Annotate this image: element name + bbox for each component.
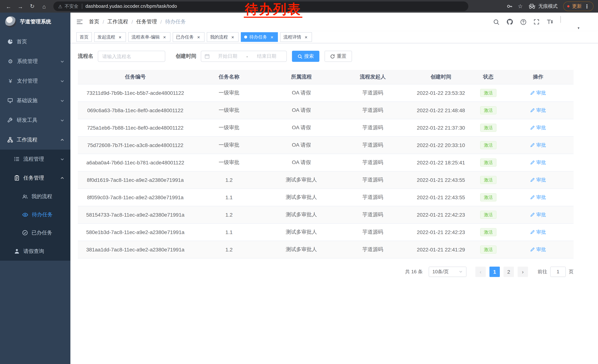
tab-done-tasks[interactable]: 已办任务 × [173,32,205,42]
table-row: 8f0d1619-7ac8-11ec-a9e2-a2380e71991a 1.2… [78,171,573,188]
sidebar-item-workflow[interactable]: 工作流程 [0,130,70,150]
sidebar-item-system-mgmt[interactable]: ⚙ 系统管理 [0,51,70,71]
table-row: a6aba0a4-7b6d-11ec-b781-acde48001122 一级审… [78,154,573,171]
close-icon[interactable]: × [269,34,274,40]
breadcrumb-task-mgmt[interactable]: 任务管理 [136,18,157,25]
font-size-icon[interactable] [547,19,553,25]
sidebar-item-dev-tools[interactable]: 研发工具 [0,110,70,130]
update-button[interactable]: 更新 ⋮ [563,1,594,11]
help-icon[interactable] [520,19,526,25]
cell-task-name: 一级审批 [193,119,265,136]
breadcrumb-home[interactable]: 首页 [89,18,99,25]
reset-button-label: 重置 [337,53,346,60]
cell-created: 2022-01-21 22:41:29 [408,241,474,258]
sidebar-item-done-tasks[interactable]: 已办任务 [0,224,70,242]
close-icon[interactable]: × [303,34,309,40]
back-icon[interactable]: ← [4,1,13,11]
breadcrumb-separator: / [103,19,104,25]
breadcrumb: 首页 / 工作流程 / 任务管理 / 待办任务 [89,18,186,25]
cell-initiator: 芋道源码 [338,119,408,136]
cell-initiator: 芋道源码 [338,84,408,101]
cell-actions: 审批 [503,188,573,206]
sidebar-toggle-button[interactable] [70,13,89,31]
prev-page-button[interactable]: ‹ [475,267,486,277]
edit-pen-icon [530,125,535,130]
tab-initiate-process[interactable]: 发起流程 × [94,32,126,42]
page-1-button[interactable]: 1 [490,267,500,277]
cell-task-name: 1.2 [193,241,265,258]
goto-page-input[interactable] [550,267,566,277]
status-badge: 激活 [480,210,497,219]
cell-task-id: 381aa1dd-7ac8-11ec-a9e2-a2380e71991a [78,241,193,258]
reload-icon[interactable]: ↻ [27,1,37,11]
edit-pen-icon [530,212,535,217]
tab-process-form-edit[interactable]: 流程表单-编辑 × [128,32,170,42]
sidebar-item-infrastructure[interactable]: 基础设施 [0,91,70,110]
sidebar: 芋道管理系统 首页 ⚙ 系统管理 ¥ 支付管理 [0,13,70,364]
sidebar-item-home[interactable]: 首页 [0,32,70,51]
app-logo[interactable]: 芋道管理系统 [0,13,70,31]
person-icon [14,249,20,254]
fullscreen-icon[interactable] [533,19,540,25]
close-icon[interactable]: × [196,34,201,40]
forward-icon[interactable]: → [16,1,25,11]
approve-link[interactable]: 审批 [530,194,546,201]
sidebar-item-todo-tasks[interactable]: 待办任务 [0,205,70,224]
incognito-label: 无痕模式 [538,3,558,10]
cell-created: 2022-01-22 23:53:32 [408,84,474,101]
key-icon[interactable] [506,3,512,9]
sidebar-item-task-mgmt[interactable]: 任务管理 [0,169,70,187]
tab-process-detail[interactable]: 流程详情 × [280,32,312,42]
approve-link[interactable]: 审批 [530,142,546,148]
column-header-task-id: 任务编号 [78,70,193,84]
start-date-placeholder: 开始日期 [211,53,244,60]
chevron-down-icon [60,59,65,64]
kebab-menu-icon[interactable]: ⋮ [584,3,590,9]
page-unit-label: 页 [569,268,573,275]
home-icon[interactable]: ⌂ [39,1,49,11]
next-page-button[interactable]: › [518,267,528,277]
sidebar-item-payment-mgmt[interactable]: ¥ 支付管理 [0,71,70,91]
tab-label: 首页 [80,34,89,40]
search-button[interactable]: 搜索 [292,51,319,62]
tab-todo-tasks[interactable]: 待办任务 × [241,32,278,42]
page-size-select[interactable]: 10条/页 [429,267,466,277]
approve-link[interactable]: 审批 [530,211,546,218]
reset-button[interactable]: 重置 [324,51,352,62]
approve-link[interactable]: 审批 [530,159,546,166]
user-avatar[interactable]: ▾ [560,16,575,27]
star-icon[interactable]: ☆ [518,3,523,10]
process-name-input[interactable] [98,51,165,62]
approve-link[interactable]: 审批 [530,124,546,131]
approve-link[interactable]: 审批 [530,107,546,113]
sidebar-item-label: 请假查询 [23,248,44,255]
cell-initiator: 芋道源码 [338,223,408,241]
page: ← → ↻ ⌂ ⚠ 不安全 dashboard.yudao.iocoder.cn… [0,0,598,364]
breadcrumb-separator: / [132,19,133,25]
breadcrumb-workflow[interactable]: 工作流程 [108,18,128,25]
cell-process: OA 请假 [265,119,338,136]
search-icon[interactable] [493,19,499,25]
date-range-picker[interactable]: 开始日期 - 结束日期 [201,51,287,62]
sidebar-item-leave-query[interactable]: 请假查询 [0,242,70,261]
column-header-process: 所属流程 [265,70,338,84]
tab-home[interactable]: 首页 [76,32,92,42]
sidebar-item-my-process[interactable]: 我的流程 [0,187,70,205]
close-icon[interactable]: × [230,34,235,40]
cell-task-id: 8f0d1619-7ac8-11ec-a9e2-a2380e71991a [78,171,193,188]
approve-link[interactable]: 审批 [530,89,546,96]
site-security[interactable]: ⚠ 不安全 [58,3,78,9]
workflow-icon [8,137,13,143]
cell-task-id: 8f059c03-7ac8-11ec-a9e2-a2380e71991a [78,188,193,206]
sidebar-item-process-mgmt[interactable]: 流程管理 [0,150,70,169]
cell-initiator: 芋道源码 [338,101,408,119]
close-icon[interactable]: × [117,34,123,40]
tab-my-process[interactable]: 我的流程 × [207,32,239,42]
close-icon[interactable]: × [162,34,167,40]
approve-link[interactable]: 审批 [530,177,546,183]
github-icon[interactable] [507,18,513,25]
approve-link[interactable]: 审批 [530,229,546,235]
cell-process: 测试多审批人 [265,241,338,258]
approve-link[interactable]: 审批 [530,246,546,253]
page-2-button[interactable]: 2 [504,267,514,277]
